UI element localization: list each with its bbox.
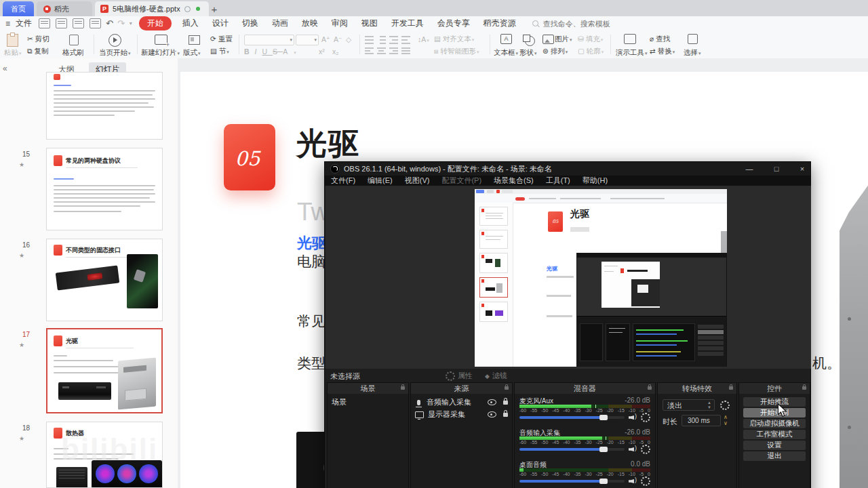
menu-devtools[interactable]: 开发工具 — [384, 18, 431, 29]
font-style-group[interactable]: BIUSA▾ — [244, 47, 302, 56]
picture-icon[interactable] — [542, 35, 554, 44]
obs-title-bar[interactable]: OBS 26.1.1 (64-bit, windows) - 配置文件: 未命名… — [325, 162, 810, 176]
controls-header[interactable]: 控件 — [739, 383, 810, 394]
menu-transition[interactable]: 切换 — [235, 18, 265, 29]
shapes-icon[interactable] — [525, 36, 535, 46]
subscript-icon[interactable]: x₂ — [332, 47, 338, 56]
font-size-select[interactable]: ▾ — [296, 35, 319, 45]
tab-docer[interactable]: 稻壳 — [37, 1, 92, 16]
visibility-eye-icon[interactable] — [488, 411, 496, 418]
obs-menu-view[interactable]: 视图(V) — [399, 176, 436, 186]
quickbar-dropdown-icon[interactable]: ▾ — [130, 20, 132, 26]
align-right-icon[interactable] — [389, 47, 398, 56]
text-box-button[interactable]: 文本框▾ — [494, 48, 518, 58]
obs-menu-edit[interactable]: 编辑(E) — [361, 176, 399, 186]
lock-icon[interactable] — [503, 401, 508, 405]
menu-view[interactable]: 视图 — [355, 18, 384, 29]
export-icon[interactable] — [56, 18, 67, 28]
obs-menu-file[interactable]: 文件(F) — [325, 176, 361, 186]
menu-design[interactable]: 设计 — [205, 18, 235, 29]
cut-button[interactable]: ✂ 剪切 — [27, 35, 50, 44]
tab-home[interactable]: 首页 — [3, 1, 34, 16]
gear-icon[interactable] — [641, 476, 650, 486]
clear-format-icon[interactable]: ◇ — [346, 35, 351, 43]
scene-item[interactable]: 场景 — [332, 396, 404, 408]
format-painter-button[interactable]: 格式刷 — [62, 48, 84, 58]
filters-button[interactable]: ◆滤镜 — [485, 371, 507, 381]
arrange-button[interactable]: ⊜ 排列▾ — [542, 47, 568, 56]
properties-button[interactable]: 属性 — [446, 371, 473, 381]
decrease-indent-icon[interactable] — [389, 36, 398, 44]
increase-indent-icon[interactable] — [401, 36, 410, 44]
hamburger-icon[interactable]: ≡ — [5, 19, 10, 28]
preview-icon[interactable] — [90, 18, 101, 28]
play-current-icon[interactable] — [108, 34, 121, 47]
gear-icon[interactable] — [641, 445, 650, 454]
shapes-button[interactable]: 形状▾ — [519, 48, 537, 58]
menu-file[interactable]: 文件 — [12, 18, 36, 29]
volume-slider[interactable] — [519, 448, 625, 451]
menu-insert[interactable]: 插入 — [176, 18, 205, 29]
gear-icon[interactable] — [641, 413, 650, 422]
minimize-button[interactable]: — — [740, 162, 759, 176]
align-text-button[interactable]: ▤ 对齐文本▾ — [434, 35, 474, 44]
volume-slider[interactable] — [519, 480, 625, 483]
outline-button[interactable]: ▢ 轮廓▾ — [578, 47, 604, 56]
mixer-header[interactable]: 混音器 — [515, 383, 655, 394]
obs-menu-help[interactable]: 帮助(H) — [576, 176, 614, 186]
copy-button[interactable]: ⧉ 复制 — [27, 47, 48, 56]
new-tab-button[interactable]: + — [208, 2, 221, 16]
section-button[interactable]: ▤ 节▾ — [210, 47, 229, 56]
lock-icon[interactable] — [503, 413, 508, 417]
menu-slideshow[interactable]: 放映 — [295, 18, 325, 29]
text-box-icon[interactable]: A — [500, 34, 512, 44]
layout-icon[interactable] — [189, 35, 200, 45]
find-button[interactable]: ⌀ 查找 — [650, 35, 670, 44]
volume-slider[interactable] — [519, 416, 625, 419]
speaker-icon[interactable] — [629, 446, 637, 453]
sources-header[interactable]: 来源 — [411, 383, 512, 394]
picture-button[interactable]: 图片▾ — [555, 35, 572, 44]
present-tools-icon[interactable] — [624, 34, 636, 44]
settings-button[interactable]: 设置 — [743, 441, 806, 450]
obs-window[interactable]: OBS 26.1.1 (64-bit, windows) - 配置文件: 未命名… — [324, 161, 811, 488]
fill-button[interactable]: ⛁ 填充▾ — [578, 35, 603, 44]
new-slide-icon[interactable] — [155, 35, 167, 45]
new-slide-button[interactable]: 新建幻灯片▾ — [141, 48, 180, 58]
smart-graphic-button[interactable]: ⧈ 转智能图形▾ — [434, 47, 479, 56]
start-streaming-button[interactable]: 开始推流 — [743, 397, 806, 407]
close-button[interactable]: × — [793, 162, 812, 176]
tab-document[interactable]: P 5电脑维修-硬盘.pptx — [95, 1, 209, 16]
tab-close-icon[interactable] — [184, 6, 191, 12]
obs-menu-tools[interactable]: 工具(T) — [540, 176, 576, 186]
duration-input[interactable]: 300 ms — [682, 415, 721, 426]
select-button[interactable]: 选择▾ — [684, 48, 701, 58]
align-left-icon[interactable] — [365, 47, 374, 56]
command-search[interactable] — [532, 19, 646, 28]
menu-animation[interactable]: 动画 — [265, 18, 295, 29]
line-spacing-icon[interactable]: ↕A▾ — [418, 35, 429, 43]
select-icon[interactable] — [688, 34, 698, 44]
start-recording-button[interactable]: 开始录制 — [743, 408, 806, 418]
print-icon[interactable] — [73, 18, 84, 28]
visibility-eye-icon[interactable] — [488, 399, 496, 405]
grow-font-icon[interactable]: A⁺ — [321, 35, 330, 43]
superscript-icon[interactable]: x² — [319, 47, 325, 56]
spinner-arrows-icon[interactable]: ∧∨ — [724, 414, 728, 426]
reset-button[interactable]: ⟳ 重置 — [210, 35, 233, 44]
speaker-icon[interactable] — [629, 414, 637, 421]
transition-gear-icon[interactable] — [720, 401, 730, 410]
numbering-icon[interactable] — [377, 36, 386, 44]
slide-thumbnail-16[interactable]: 不同类型的固态接口 — [46, 239, 163, 321]
font-family-select[interactable]: ▾ — [244, 35, 294, 45]
menu-start[interactable]: 开始 — [139, 16, 172, 30]
menu-review[interactable]: 审阅 — [325, 18, 355, 29]
layout-button[interactable]: 版式▾ — [183, 48, 201, 58]
save-icon[interactable] — [39, 18, 50, 28]
speaker-icon[interactable] — [629, 478, 637, 485]
obs-menu-scene-collection[interactable]: 场景集合(S) — [488, 176, 540, 186]
menu-docer-resources[interactable]: 稻壳资源 — [477, 18, 523, 29]
scenes-header[interactable]: 场景 — [328, 383, 408, 394]
studio-mode-button[interactable]: 工作室模式 — [743, 430, 806, 439]
undo-icon[interactable]: ↶ — [106, 18, 113, 28]
